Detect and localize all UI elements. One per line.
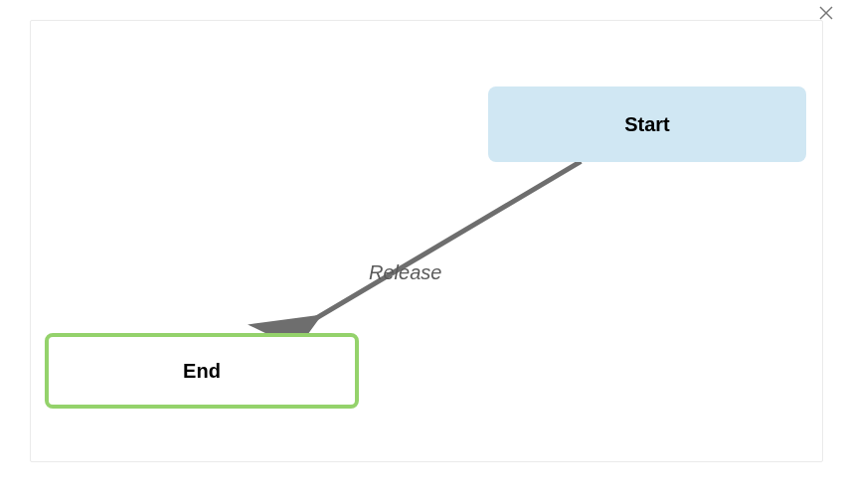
svg-line-2	[314, 161, 582, 319]
edge-label-release: Release	[369, 261, 441, 284]
node-start-label: Start	[624, 113, 670, 136]
node-end[interactable]: End	[45, 333, 359, 409]
node-end-label: End	[183, 360, 221, 383]
node-start[interactable]: Start	[488, 86, 806, 162]
diagram-canvas: Release Start End	[30, 20, 823, 462]
close-icon[interactable]	[819, 6, 835, 22]
